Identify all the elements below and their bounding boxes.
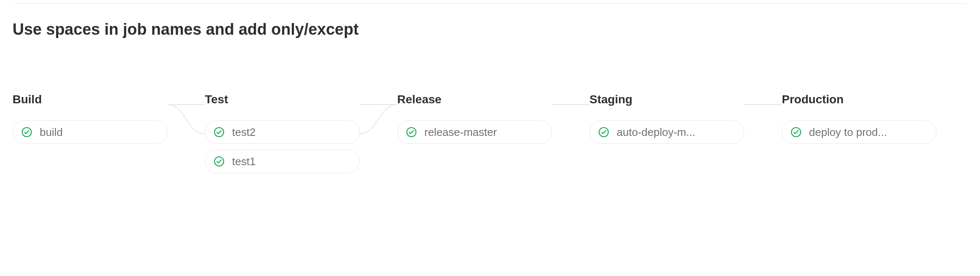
status-passed-icon — [791, 127, 801, 138]
job-test2[interactable]: test2 — [205, 120, 360, 144]
job-name-label: auto-deploy-m... — [617, 126, 695, 139]
job-name-label: build — [40, 126, 63, 139]
status-passed-icon — [406, 127, 417, 138]
job-auto-deploy[interactable]: auto-deploy-m... — [590, 120, 744, 144]
stage-title: Test — [205, 93, 360, 106]
divider — [13, 3, 967, 4]
stage-connector — [552, 93, 590, 144]
page-title: Use spaces in job names and add only/exc… — [13, 20, 967, 38]
stage-release: Release release-master — [397, 93, 552, 144]
job-name-label: test1 — [232, 155, 255, 168]
stage-connector — [167, 93, 205, 144]
stage-production: Production deploy to prod... — [782, 93, 937, 144]
stage-title: Staging — [590, 93, 744, 106]
job-test1[interactable]: test1 — [205, 150, 360, 173]
job-name-label: release-master — [424, 126, 497, 139]
stage-staging: Staging auto-deploy-m... — [590, 93, 744, 144]
status-passed-icon — [598, 127, 609, 138]
job-name-label: deploy to prod... — [809, 126, 887, 139]
job-deploy-to-prod[interactable]: deploy to prod... — [782, 120, 937, 144]
stage-title: Release — [397, 93, 552, 106]
job-release-master[interactable]: release-master — [397, 120, 552, 144]
status-passed-icon — [214, 156, 225, 167]
stage-build: Build build — [13, 93, 167, 144]
stage-test: Test test2 test1 — [205, 93, 360, 173]
status-passed-icon — [214, 127, 225, 138]
pipeline-graph: Build build Test test2 test1 — [13, 93, 967, 173]
job-name-label: test2 — [232, 126, 255, 139]
stage-connector — [360, 93, 397, 173]
stage-connector — [744, 93, 782, 144]
stage-title: Build — [13, 93, 167, 106]
stage-title: Production — [782, 93, 937, 106]
job-build[interactable]: build — [13, 120, 167, 144]
status-passed-icon — [21, 127, 32, 138]
